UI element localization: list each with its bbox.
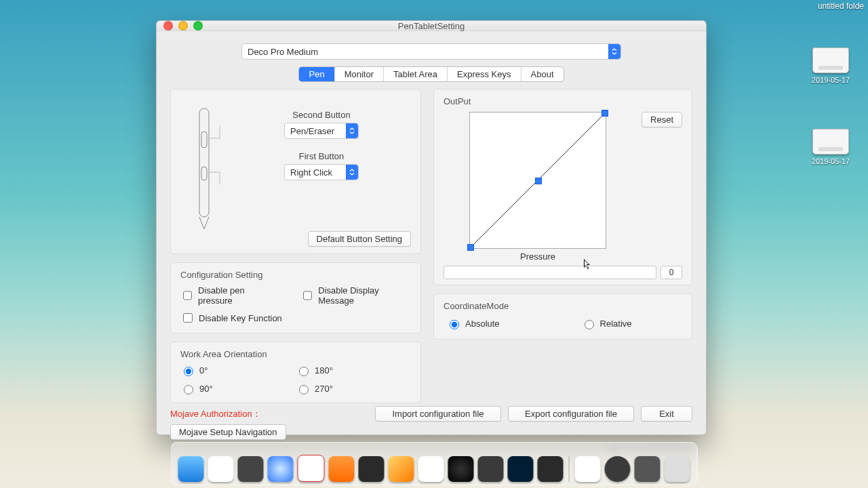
orientation-title: Work Area Orientation [180,349,411,359]
chevron-updown-icon [608,44,620,59]
desktop-folder-label[interactable]: untitled folde [818,1,864,11]
drive-icon [812,47,849,73]
radio-label: 90° [199,384,213,394]
titlebar[interactable]: PenTabletSetting [157,21,706,31]
first-button-label: First Button [232,151,411,161]
first-button-select-value: Right Click [290,167,332,178]
window-title: PenTabletSetting [157,21,706,31]
tab-monitor[interactable]: Monitor [335,67,384,81]
dock-app-pentablet[interactable] [635,456,660,482]
dock-app-keynote[interactable] [329,456,355,482]
orientation-90[interactable]: 90° [180,383,296,394]
dock [171,442,698,485]
orientation-180[interactable]: 180° [296,365,411,376]
pressure-bar [443,266,656,279]
configuration-title: Configuration Setting [180,270,411,280]
pressure-label: Pressure [520,251,555,262]
device-select-value: Deco Pro Medium [248,47,318,57]
drive-label: 2019-05-17 [807,157,854,165]
output-panel: OutPut Pressure R [433,89,692,285]
pen-illustration-icon [180,98,228,247]
svg-rect-1 [201,131,207,148]
pressure-value: 0 [660,266,682,279]
dock-app-numbers[interactable] [418,456,444,482]
chevron-updown-icon [346,165,358,180]
dock-app-quicktime[interactable] [605,456,631,482]
tab-about[interactable]: About [521,67,564,81]
desktop-drive-2[interactable]: 2019-05-17 [807,129,854,165]
desktop-drive-1[interactable]: 2019-05-17 [807,47,854,84]
second-button-select[interactable]: Pen/Eraser [284,123,359,139]
second-button-select-value: Pen/Eraser [290,126,334,136]
dock-separator [569,456,570,482]
radio-label: 270° [315,384,333,394]
dock-app-maps[interactable] [575,456,601,482]
disable-pressure-checkbox[interactable]: Disable pen pressure [180,285,276,306]
radio-label: 0° [199,365,208,375]
dock-app-launchpad[interactable] [238,456,264,482]
cursor-icon [584,259,592,270]
disable-display-checkbox[interactable]: Disable Display Message [300,285,411,306]
disable-key-checkbox[interactable]: Disable Key Function [180,311,282,325]
curve-handle-end[interactable] [601,110,608,117]
default-button-setting-button[interactable]: Default Button Setting [308,231,411,247]
svg-rect-0 [199,108,209,217]
mojave-setup-button[interactable]: Mojave Setup Navigation [170,424,286,440]
drive-icon [812,129,849,155]
svg-rect-2 [201,167,207,180]
radio-label: 180° [315,365,333,375]
pen-button-panel: Second Button Pen/Eraser First Button Ri… [170,89,421,254]
dock-app-system-preferences[interactable] [478,456,504,482]
coord-absolute[interactable]: Absolute [446,318,500,329]
output-title: OutPut [443,96,682,106]
orientation-0[interactable]: 0° [180,365,296,376]
radio-label: Absolute [465,319,500,329]
settings-window: PenTabletSetting Deco Pro Medium Pen Mon… [156,20,707,435]
checkbox-label: Disable Key Function [199,313,282,323]
dock-app-notes[interactable] [208,456,234,482]
pressure-curve-graph[interactable] [469,112,606,249]
orientation-panel: Work Area Orientation 0° 180° 90° 270° [170,342,421,403]
radio-label: Relative [600,319,632,329]
export-config-button[interactable]: Export configuration file [508,406,634,422]
mojave-auth-label: Mojave Authorization： [170,408,261,420]
drive-label: 2019-05-17 [807,76,854,84]
reset-button[interactable]: Reset [642,112,682,127]
dock-app-preview[interactable] [389,456,414,482]
dock-app-photos[interactable] [448,456,474,482]
dock-app-finder[interactable] [178,456,204,482]
exit-button[interactable]: Exit [641,406,692,422]
checkbox-label: Disable Display Message [318,285,411,306]
import-config-button[interactable]: Import configuration file [375,406,501,422]
tab-bar: Pen Monitor Tablet Area Express Keys Abo… [298,66,564,82]
orientation-270[interactable]: 270° [296,383,411,394]
dock-trash[interactable] [665,456,690,482]
checkbox-label: Disable pen pressure [198,285,276,306]
dock-app-safari[interactable] [268,456,294,482]
coordinate-mode-title: CoordinateMode [443,301,682,311]
first-button-select[interactable]: Right Click [284,164,359,180]
dock-app-calendar[interactable] [298,455,325,482]
second-button-label: Second Button [232,110,411,120]
device-select[interactable]: Deco Pro Medium [241,43,621,60]
tab-tablet-area[interactable]: Tablet Area [384,67,448,81]
configuration-panel: Configuration Setting Disable pen pressu… [170,262,421,333]
dock-app-photoshop[interactable] [508,456,534,482]
dock-app-terminal[interactable] [359,456,384,482]
coordinate-mode-panel: CoordinateMode Absolute Relative [433,293,692,340]
tab-pen[interactable]: Pen [299,67,334,81]
coord-relative[interactable]: Relative [581,318,632,329]
curve-handle-mid[interactable] [535,178,542,184]
chevron-updown-icon [346,123,358,138]
dock-app-artist[interactable] [538,456,564,482]
tab-express-keys[interactable]: Express Keys [448,67,521,81]
curve-handle-start[interactable] [467,244,474,251]
